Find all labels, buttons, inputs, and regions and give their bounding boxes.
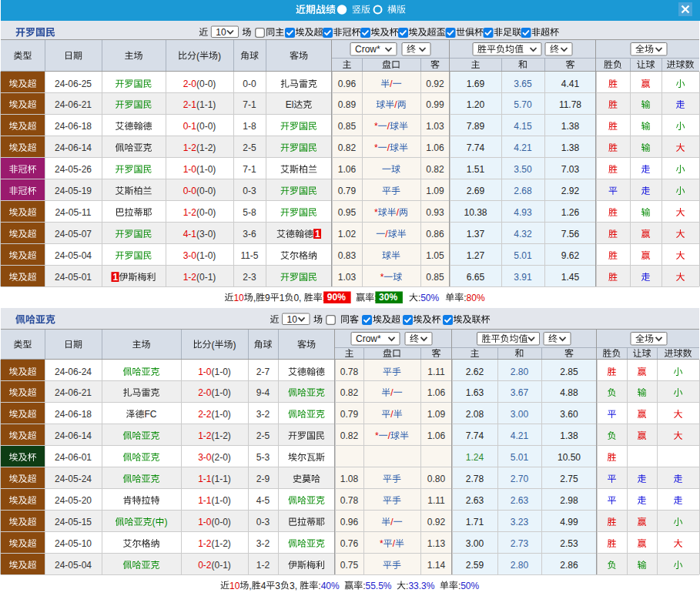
svg-text:2.73: 2.73 bbox=[511, 538, 529, 549]
svg-text:2-2: 2-2 bbox=[198, 409, 212, 420]
svg-text:(: ( bbox=[196, 51, 199, 62]
svg-text:2.86: 2.86 bbox=[560, 560, 578, 571]
svg-text:1.11: 1.11 bbox=[427, 367, 445, 377]
svg-text:24-06-25: 24-06-25 bbox=[55, 79, 92, 89]
svg-text:3-0: 3-0 bbox=[183, 250, 197, 261]
svg-text:(1-1): (1-1) bbox=[212, 474, 231, 484]
svg-text:24-05-20: 24-05-20 bbox=[55, 495, 92, 506]
svg-text:1.06: 1.06 bbox=[338, 164, 357, 175]
svg-text:7-1: 7-1 bbox=[243, 164, 256, 175]
svg-text:(1-2): (1-2) bbox=[212, 430, 231, 441]
svg-text:1.05: 1.05 bbox=[426, 250, 444, 261]
svg-text:3.00: 3.00 bbox=[511, 409, 529, 420]
svg-text:24-05-15: 24-05-15 bbox=[55, 517, 92, 527]
svg-text:24-05-04: 24-05-04 bbox=[55, 250, 92, 261]
svg-text:5-3: 5-3 bbox=[256, 452, 270, 463]
svg-text:4.21: 4.21 bbox=[511, 430, 529, 441]
svg-text:,: , bbox=[295, 581, 297, 591]
svg-text:55.5%: 55.5% bbox=[366, 581, 392, 591]
svg-text:1.03: 1.03 bbox=[338, 272, 357, 283]
svg-text:*: * bbox=[380, 272, 384, 283]
svg-text:50%: 50% bbox=[461, 581, 479, 591]
svg-text:2.92: 2.92 bbox=[561, 186, 580, 196]
svg-text:(1-0): (1-0) bbox=[212, 409, 231, 420]
svg-text:10: 10 bbox=[287, 314, 298, 325]
svg-text:4-1: 4-1 bbox=[183, 229, 197, 239]
svg-text:4.93: 4.93 bbox=[514, 207, 532, 218]
svg-text:3.91: 3.91 bbox=[514, 272, 532, 283]
svg-text:): ) bbox=[233, 340, 236, 350]
svg-text:3-6: 3-6 bbox=[243, 229, 256, 239]
svg-text:1-0: 1-0 bbox=[198, 517, 212, 527]
svg-text:3.65: 3.65 bbox=[514, 79, 532, 89]
svg-text:(1-2): (1-2) bbox=[212, 538, 231, 549]
svg-text:0.96: 0.96 bbox=[340, 517, 359, 527]
svg-text:0.85: 0.85 bbox=[426, 272, 444, 283]
svg-text:1: 1 bbox=[280, 293, 285, 303]
svg-text:24-06-24: 24-06-24 bbox=[55, 367, 92, 377]
svg-text:(0-1): (0-1) bbox=[212, 560, 231, 571]
svg-text:24-05-01: 24-05-01 bbox=[55, 272, 92, 283]
svg-text:2-5: 2-5 bbox=[243, 142, 256, 153]
svg-text:10.50: 10.50 bbox=[558, 452, 581, 463]
svg-text:1.24: 1.24 bbox=[466, 452, 484, 463]
svg-text:24-05-19: 24-05-19 bbox=[55, 186, 92, 196]
svg-text:*: * bbox=[374, 207, 378, 218]
svg-text:3-2: 3-2 bbox=[256, 538, 270, 549]
svg-text:3-2: 3-2 bbox=[256, 409, 270, 420]
svg-text:2.63: 2.63 bbox=[511, 495, 529, 506]
svg-text:24-05-26: 24-05-26 bbox=[55, 164, 92, 175]
svg-text:1-2: 1-2 bbox=[183, 272, 197, 283]
svg-text:,: , bbox=[253, 293, 256, 303]
svg-text:2.80: 2.80 bbox=[511, 367, 529, 377]
svg-text:2.98: 2.98 bbox=[560, 495, 578, 506]
svg-text:1.06: 1.06 bbox=[426, 142, 444, 153]
svg-text:0.86: 0.86 bbox=[426, 229, 444, 239]
svg-text:9-4: 9-4 bbox=[256, 387, 270, 398]
svg-text:1: 1 bbox=[315, 229, 320, 239]
svg-text:1.27: 1.27 bbox=[467, 250, 485, 261]
svg-text:1.08: 1.08 bbox=[340, 474, 359, 484]
svg-text:0.79: 0.79 bbox=[338, 186, 357, 196]
svg-text:,: , bbox=[299, 293, 301, 303]
svg-text:10: 10 bbox=[229, 581, 240, 591]
svg-text:5.01: 5.01 bbox=[511, 452, 529, 463]
svg-text:3.00: 3.00 bbox=[466, 538, 484, 549]
svg-text:24-05-04: 24-05-04 bbox=[55, 560, 92, 571]
svg-text:2-3: 2-3 bbox=[243, 272, 256, 283]
svg-text:3: 3 bbox=[275, 581, 280, 591]
svg-text:4: 4 bbox=[261, 581, 266, 591]
svg-text:1.13: 1.13 bbox=[427, 538, 446, 549]
svg-text:0-0: 0-0 bbox=[183, 186, 197, 196]
svg-text:2.63: 2.63 bbox=[466, 495, 484, 506]
svg-text:24-06-21: 24-06-21 bbox=[55, 387, 92, 398]
svg-text:1-1: 1-1 bbox=[198, 495, 212, 506]
svg-text:1.20: 1.20 bbox=[467, 99, 485, 110]
svg-text:(1-0): (1-0) bbox=[212, 367, 231, 377]
svg-text:0.76: 0.76 bbox=[340, 538, 359, 549]
svg-text:1.45: 1.45 bbox=[561, 272, 580, 283]
svg-text:9.62: 9.62 bbox=[561, 250, 580, 261]
svg-text:1.06: 1.06 bbox=[427, 387, 446, 398]
svg-text:10.38: 10.38 bbox=[464, 207, 487, 218]
svg-text:4-5: 4-5 bbox=[256, 495, 270, 506]
svg-text:30%: 30% bbox=[379, 292, 397, 303]
svg-text:0.82: 0.82 bbox=[338, 142, 357, 153]
svg-text:,: , bbox=[249, 581, 251, 591]
svg-text:3.67: 3.67 bbox=[511, 387, 529, 398]
svg-text:2.08: 2.08 bbox=[466, 409, 484, 420]
svg-text:10: 10 bbox=[216, 27, 226, 38]
svg-text:0.99: 0.99 bbox=[426, 99, 444, 110]
svg-text:*: * bbox=[380, 538, 383, 549]
svg-text:0-1: 0-1 bbox=[183, 121, 197, 132]
svg-text:3.50: 3.50 bbox=[514, 164, 532, 175]
svg-text:0.95: 0.95 bbox=[338, 207, 357, 218]
svg-text:9: 9 bbox=[265, 293, 270, 303]
svg-text:0.96: 0.96 bbox=[338, 79, 357, 89]
svg-text:0-2: 0-2 bbox=[198, 560, 212, 571]
svg-text:7.74: 7.74 bbox=[466, 430, 484, 441]
svg-text:(1-0): (1-0) bbox=[212, 387, 231, 398]
svg-text:6.65: 6.65 bbox=[467, 272, 485, 283]
svg-text:2.68: 2.68 bbox=[514, 186, 532, 196]
svg-text:2.75: 2.75 bbox=[560, 474, 578, 484]
